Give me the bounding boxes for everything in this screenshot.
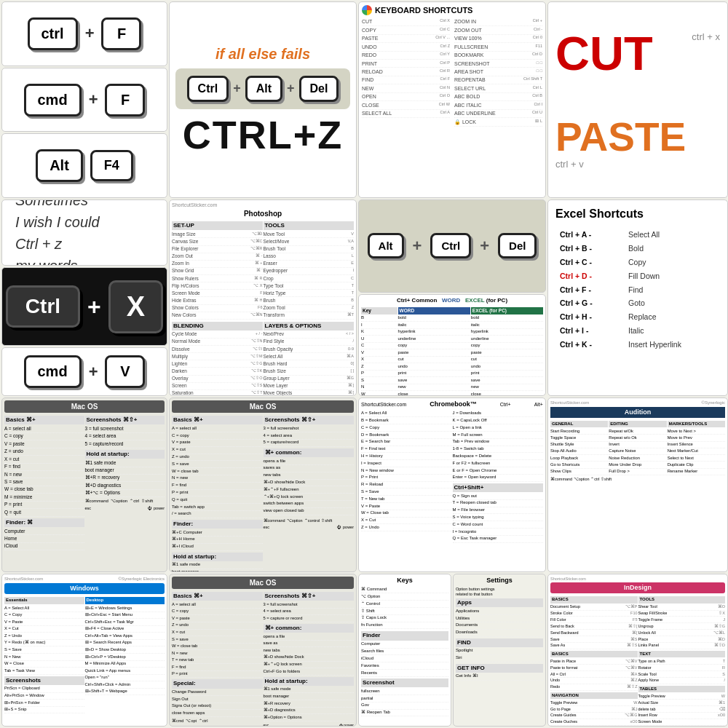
excel-shortcuts-title: Excel Shortcuts: [555, 207, 720, 221]
ctrl-x-dark-combo: Ctrl + X: [6, 280, 163, 333]
settings-title: Settings: [456, 577, 543, 585]
macos-mid-right: Screenshots ⌘⇧+ 3 = full screenshot 4 = …: [264, 414, 355, 572]
excel-row-a: Ctrl + A -Select All: [560, 228, 716, 242]
mac-bot-right: Screenshots ⌘⇧+ 3 = full screenshot 4 = …: [264, 590, 355, 727]
plus-cad-1: +: [233, 81, 241, 96]
plus-b1: +: [413, 237, 422, 256]
plus-b2: +: [480, 237, 489, 256]
inspire-text: SometimesI wish I couldCtrl + zmy words: [1, 199, 167, 266]
aud-markers: MARKERS/TOOLS Move to Next > Move to Pre…: [668, 419, 725, 475]
chromebook-title: Chromebook™: [430, 400, 477, 409]
indesign-card: ShortcutSticker.com InDesign BASICS Docu…: [547, 574, 728, 727]
chrome-left-col: CUTCtrl X COPYCtrl C PASTECtrl V ... UND…: [362, 18, 450, 127]
excel-row-b: Ctrl + B -Bold: [560, 242, 716, 256]
chrome-shortcut-cols: CUTCtrl X COPYCtrl C PASTECtrl V ... UND…: [362, 18, 542, 127]
ind-right: TOOLS Shear Tool⌘O Swap Fill/Stroke⇧X To…: [638, 595, 726, 726]
we-common-col: Key B I K U C V X Z P S N W F H: [361, 306, 397, 396]
macos-bot-title: Mac OS: [172, 577, 354, 589]
audition-cols: GENERAL Start Recording Toggle Space Shu…: [550, 419, 725, 475]
cb-right: J = Downloads K = CapsLock Off L = Open …: [453, 411, 544, 543]
plus-1: +: [85, 24, 95, 43]
win-brand: ShortcutSticker.com ©Synerlogic Electron…: [4, 577, 165, 582]
win-desktop: Desktop ⊞+E = Windows Settings ⊞+Ctrl+Es…: [85, 596, 165, 713]
cb-left: A = Select All B = Bookmark C = Copy D =…: [361, 411, 452, 543]
paste-text: PASTE: [555, 117, 720, 157]
ctrl-dark-key: Ctrl: [6, 285, 80, 328]
macos-bot-cols: Basics ⌘+ A = select all C = copy V = pa…: [172, 590, 354, 727]
audition-title: Audition: [550, 407, 725, 418]
macos-left-cols: Basics ⌘+ A = select all C = copy V = pa…: [4, 414, 165, 550]
inspire-content: SometimesI wish I couldCtrl + zmy words: [15, 199, 100, 266]
macos-mid-title: Mac OS: [172, 400, 354, 413]
indesign-title: InDesign: [550, 582, 725, 593]
word-excel-title: Ctrl+ Common WORD EXCEL (for PC): [361, 297, 543, 304]
audition-brand: ShortcutSticker.com ©Synerlogic: [550, 400, 725, 406]
excel-row-h: Ctrl + H -Replace: [560, 310, 716, 324]
ctrl-x-dark-panel: Ctrl + X: [1, 267, 167, 346]
excel-row-f: Ctrl + F -Find: [560, 283, 716, 297]
ctrlz-big-text: CTRL+Z: [183, 115, 344, 154]
cmd-v-key: cmd: [24, 355, 82, 388]
chromebook-cols: A = Select All B = Bookmark C = Copy D =…: [361, 411, 543, 543]
macos-card-left: Mac OS Basics ⌘+ A = select all C = copy…: [1, 397, 167, 572]
chrome-header: KEYBOARD SHORTCUTS: [362, 5, 542, 16]
ctrl-f-combo: ctrl + F: [1, 1, 167, 66]
windows-title: Windows: [4, 583, 165, 595]
excel-row-c: Ctrl + C -Copy: [560, 256, 716, 269]
ctrl-alt-del-strip: Ctrl + Alt + Del: [175, 68, 351, 109]
alt-key: Alt: [36, 149, 83, 182]
keys-title: Keys: [361, 577, 448, 585]
ctrl-banner-key: Ctrl: [430, 233, 471, 258]
excel-row-d: Ctrl + D -Fill Down: [560, 269, 716, 283]
alt-f4-combo: Alt F4: [1, 133, 167, 198]
f-key-2: F: [105, 84, 145, 116]
windows-cols: Essentials A = Select All C = Copy V = P…: [4, 596, 165, 713]
ind-left: BASICS Document Setup⌥⌘P Stroke ColorF10…: [550, 595, 638, 726]
excel-row-i: Ctrl + I -Italic: [560, 324, 716, 338]
f4-key: F4: [90, 150, 133, 181]
macos-card-mid: Mac OS Basics ⌘+ A = select all C = copy…: [169, 397, 357, 572]
ps-brand-row: ShortcutSticker.com: [172, 202, 354, 209]
ctrl-z-panel: if all else fails Ctrl + Alt + Del CTRL+…: [169, 1, 357, 198]
settings-card: Settings Option button settingsrelated t…: [453, 574, 546, 727]
macos-screenshots-col: Screenshots ⌘⇧+ 3 = full screenshot 4 = …: [85, 414, 165, 550]
alt-cad-key: Alt: [245, 76, 282, 102]
chrome-shortcuts-panel: KEYBOARD SHORTCUTS CUTCtrl X COPYCtrl C …: [358, 1, 546, 198]
ctrl-v-label: ctrl + v: [555, 159, 584, 170]
chrome-logo-icon: [362, 5, 372, 15]
macos-mid-left: Basics ⌘+ A = select all C = copy V = pa…: [172, 414, 263, 572]
ps-right: TOOLS Move ToolV Select/MoveV,A Brush To…: [264, 220, 355, 396]
ps-main-cols: SET-UP Image Size⌥⌘I Canvas Size⌥⌘C File…: [172, 220, 354, 396]
excel-shortcuts-panel: Excel Shortcuts Ctrl + A -Select All Ctr…: [547, 199, 728, 396]
ctrl-x-label: ctrl + x: [692, 31, 720, 42]
we-excel-col: EXCEL (for PC) bold italic hyperlink und…: [471, 306, 543, 396]
macos-bottom-card: Mac OS Basics ⌘+ A = select all C = copy…: [169, 574, 357, 727]
chromebook-card: ShortcutSticker.com Chromebook™ Ctrl+ Al…: [358, 397, 546, 572]
photoshop-card: ShortcutSticker.com Photoshop SET-UP Ima…: [169, 199, 357, 396]
plus-cmdv: +: [89, 363, 98, 381]
ctrl-cad-key: Ctrl: [187, 76, 229, 102]
word-excel-cols: Key B I K U C V X Z P S N W F H: [361, 306, 543, 396]
chrome-right-col: ZOOM INCtrl + ZOOM OUTCtrl - VIEW 100%Ct…: [454, 18, 542, 127]
chromebook-header: ShortcutSticker.com Chromebook™ Ctrl+ Al…: [361, 400, 543, 409]
ps-left: SET-UP Image Size⌥⌘I Canvas Size⌥⌘C File…: [172, 220, 263, 396]
windows-card: ShortcutSticker.com ©Synerlogic Electron…: [1, 574, 167, 727]
v-key: V: [105, 355, 145, 388]
macos-basics-col: Basics ⌘+ A = select all C = copy V = pa…: [4, 414, 84, 550]
excel-row-k: Ctrl + K -Insert Hyperlink: [560, 338, 716, 352]
cmd-key: cmd: [24, 84, 82, 116]
chrome-title: KEYBOARD SHORTCUTS: [375, 5, 472, 16]
keys-card: Keys ⌘ Command ⌥ Option ⌃ Control ⇧ Shif…: [358, 574, 451, 727]
we-word-col: WORD bold italic hyperlink underline cop…: [398, 306, 470, 396]
x-dark-key: X: [108, 280, 163, 333]
aud-editing: EDITING Repeat w/Ok Repeat w/o Ok Invert…: [609, 419, 666, 475]
macos-left-title: Mac OS: [4, 400, 165, 413]
cmd-v-combo: cmd + V: [1, 347, 167, 396]
cmd-f-combo: cmd + F: [1, 68, 167, 132]
aud-general: GENERAL Start Recording Toggle Space Shu…: [550, 419, 608, 475]
plus-2: +: [89, 90, 98, 109]
mac-bot-left: Basics ⌘+ A = select all C = copy V = pa…: [172, 590, 263, 727]
paste-section: PASTE ctrl + v: [555, 117, 720, 170]
audition-card: ShortcutSticker.com ©Synerlogic Audition…: [547, 397, 728, 572]
excel-shortcuts-list: Ctrl + A -Select All Ctrl + B -Bold Ctrl…: [555, 225, 720, 355]
